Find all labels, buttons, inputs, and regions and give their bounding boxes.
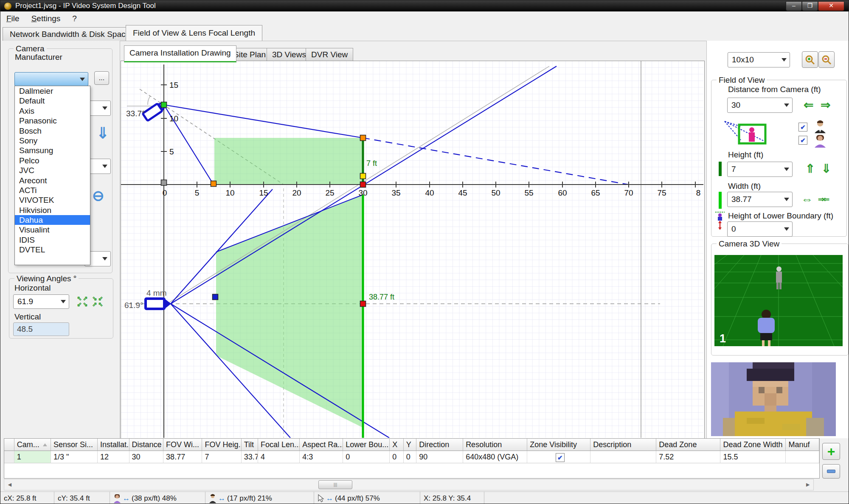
list-item[interactable]: DVTEL [15,245,90,255]
col-zone-visibility[interactable]: Zone Visibility [527,439,590,451]
col-resolution[interactable]: Resolution [463,439,527,451]
fov-top-handle[interactable] [360,135,366,141]
focus-handle[interactable] [213,294,218,300]
col-tilt[interactable]: Tilt [242,439,258,451]
zone-visibility-checkbox[interactable]: ✔ [556,453,565,462]
expand-angles-icon[interactable]: ⇖⇗⇙⇘ [77,295,89,307]
col-direction[interactable]: Direction [416,439,463,451]
col-aspect-ratio[interactable]: Aspect Ra... [300,439,343,451]
menu-settings[interactable]: Settings [25,13,67,25]
col-dead-zone[interactable]: Dead Zone [656,439,720,451]
cell-focal-length[interactable]: 4 [258,451,300,463]
installation-drawing-canvas[interactable]: 15 10 5 05 1015 2025 3035 4045 5055 6065… [121,61,705,439]
height-dropdown-arrow[interactable] [781,162,792,176]
width-combobox[interactable]: 38.77 [727,192,793,207]
col-manufacturer[interactable]: Manuf [786,439,819,451]
near-edge-handle[interactable] [211,181,216,187]
cell-direction[interactable]: 90 [416,451,463,463]
cell-description[interactable] [590,451,656,463]
col-fov-width[interactable]: FOV Wi... [163,439,202,451]
cell-lower-boundary[interactable]: 0 [343,451,390,463]
show-man-checkbox[interactable]: ✔ [798,123,807,132]
table-row[interactable]: 1 1/3 " 12 30 38.77 7 33.7 4 4:3 0 0 0 9… [4,451,819,463]
tab-dvr-view[interactable]: DVR View [306,48,353,61]
cell-distance[interactable]: 30 [129,451,164,463]
list-item[interactable]: JVC [15,165,90,175]
minimize-button[interactable]: – [786,1,802,11]
col-sensor-size[interactable]: Sensor Si... [51,439,98,451]
move-down-icon[interactable]: ⇓ [96,126,109,141]
manufacturer-dropdown-arrow[interactable] [77,73,88,86]
cell-dead-zone[interactable]: 7.52 [656,451,720,463]
cell-dead-zone-width[interactable]: 15.5 [720,451,786,463]
tab-field-of-view[interactable]: Field of View & Lens Focal Length [126,25,262,41]
list-item[interactable]: Axis [15,106,90,116]
col-x[interactable]: X [390,439,403,451]
scrollbar-thumb[interactable]: ||| [318,480,352,489]
list-item[interactable]: IDIS [15,235,90,245]
horizontal-dropdown-arrow[interactable] [58,295,69,308]
col-description[interactable]: Description [590,439,656,451]
show-woman-checkbox[interactable]: ✔ [798,136,807,145]
list-item[interactable]: Dallmeier [15,86,90,96]
menu-help[interactable]: ? [66,13,83,25]
scroll-left-icon[interactable]: ◄ [7,481,13,488]
manufacturer-combobox[interactable] [14,72,88,86]
cell-x[interactable]: 0 [390,451,403,463]
vertical-angle-field[interactable]: 48.5 [13,322,69,336]
cell-fov-height[interactable]: 7 [202,451,241,463]
tab-3d-views[interactable]: 3D Views [267,48,312,61]
zoom-out-button[interactable] [818,51,835,68]
height-decrease-icon[interactable]: ⇓ [821,163,831,175]
tab-network-bandwidth[interactable]: Network Bandwidth & Disk Space [3,27,137,41]
remove-icon[interactable]: ⊖ [92,188,104,203]
lower-boundary-dropdown-arrow[interactable] [781,222,792,236]
grid-size-dropdown-arrow[interactable] [779,53,790,67]
lower-boundary-handle[interactable] [360,174,366,179]
col-dead-zone-width[interactable]: Dead Zone Width [720,439,786,451]
width-dropdown-arrow[interactable] [781,192,792,207]
zoom-in-button[interactable] [802,51,818,68]
pixelated-camera-preview[interactable] [711,362,836,436]
cell-tilt[interactable]: 33.7 [242,451,258,463]
list-item[interactable]: Arecont [15,176,90,185]
distance-dropdown-arrow[interactable] [781,98,792,112]
list-item[interactable]: ACTi [15,185,90,195]
width-expand-icon[interactable]: ⇔ [801,193,813,205]
list-item[interactable]: Samsung [15,146,90,155]
list-item[interactable]: Bosch [15,126,90,136]
cell-sensor-size[interactable]: 1/3 " [51,451,98,463]
horizontal-angle-combobox[interactable]: 61.9 [13,294,69,309]
col-y[interactable]: Y [404,439,417,451]
camera-3d-view-image[interactable]: 1 [714,255,843,346]
title-bar[interactable]: Project1.jvsg - IP Video System Design T… [0,0,849,11]
height-increase-icon[interactable]: ⇑ [805,163,815,175]
grid-size-combobox[interactable]: 10x10 [728,52,790,67]
list-item[interactable]: Visualint [15,225,90,235]
list-item-selected[interactable]: Dahua [15,215,90,225]
col-installation[interactable]: Installat... [98,439,129,451]
shrink-angles-icon[interactable]: ⇘⇙⇗⇖ [92,295,104,307]
cell-aspect-ratio[interactable]: 4:3 [300,451,343,463]
remove-camera-button[interactable] [822,464,840,479]
col-camera[interactable]: Cam... [14,439,51,451]
distance-increase-icon[interactable]: ⇒ [821,99,830,111]
browse-manufacturer-button[interactable]: ... [94,71,109,85]
col-lower-boundary[interactable]: Lower Bou... [343,439,390,451]
col-fov-height[interactable]: FOV Heig... [202,439,241,451]
col-focal-length[interactable]: Focal Len... [258,439,300,451]
list-item[interactable]: Pelco [15,156,90,165]
distance-decrease-icon[interactable]: ⇐ [804,99,813,111]
horizontal-scrollbar[interactable]: ◄ ||| ► [4,479,814,490]
cell-fov-width[interactable]: 38.77 [163,451,202,463]
add-camera-button[interactable]: + [822,443,840,460]
width-shrink-icon[interactable]: ⇒⇐ [818,196,828,203]
cell-manufacturer[interactable] [786,451,819,463]
distance-handle-plan[interactable] [360,301,366,307]
menu-file[interactable]: FFileile [0,13,25,25]
list-item[interactable]: Default [15,96,90,106]
cell-camera[interactable]: 1 [14,451,51,463]
cell-installation[interactable]: 12 [98,451,129,463]
tab-camera-installation-drawing[interactable]: Camera Installation Drawing [124,45,236,62]
height-combobox[interactable]: 7 [727,162,793,177]
